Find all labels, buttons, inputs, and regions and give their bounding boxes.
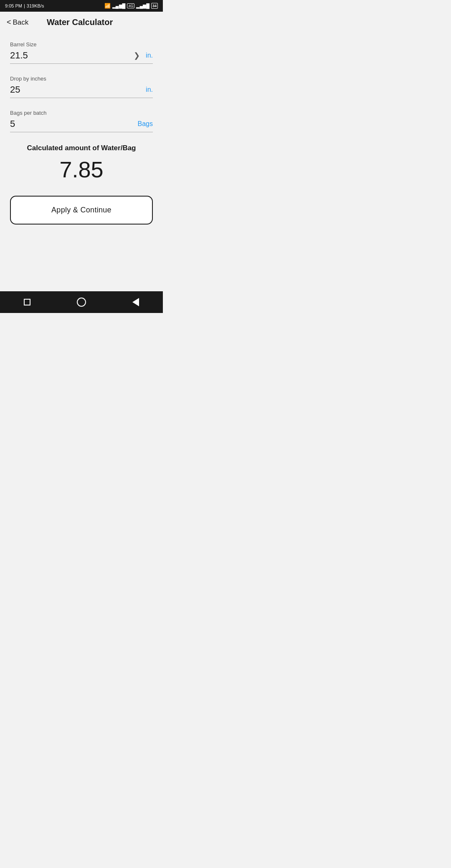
bottom-navigation <box>0 291 163 313</box>
drop-by-inches-value: 25 <box>10 84 142 95</box>
drop-by-inches-field: Drop by inches 25 in. <box>10 76 153 98</box>
barrel-size-value: 21.5 <box>10 50 134 61</box>
speed-display: | <box>24 3 25 8</box>
result-label: Calculated amount of Water/Bag <box>10 144 153 152</box>
signal-icon-2: ▂▄▆█ <box>136 3 149 9</box>
result-value: 7.85 <box>10 156 153 182</box>
status-left: 9:05 PM | 319KB/s <box>5 3 44 8</box>
back-nav-button[interactable] <box>127 294 144 310</box>
apply-continue-button[interactable]: Apply & Continue <box>10 196 153 225</box>
barrel-size-label: Barrel Size <box>10 41 153 48</box>
status-bar: 9:05 PM | 319KB/s 📶 ▂▄▆█ 4G ▂▄▆█ 34 <box>0 0 163 12</box>
drop-by-inches-row[interactable]: 25 in. <box>10 84 153 98</box>
home-icon <box>77 298 86 307</box>
barrel-size-unit: in. <box>146 52 153 59</box>
main-content: Barrel Size 21.5 ❯ in. Drop by inches 25… <box>0 33 163 291</box>
recent-apps-button[interactable] <box>19 294 35 310</box>
back-chevron-icon: < <box>7 18 11 27</box>
battery-icon: 34 <box>151 3 158 9</box>
bags-per-batch-row[interactable]: 5 Bags <box>10 119 153 132</box>
recent-apps-icon <box>24 299 30 305</box>
back-button[interactable]: < Back <box>7 18 28 27</box>
back-label: Back <box>13 18 29 27</box>
result-section: Calculated amount of Water/Bag 7.85 <box>10 144 153 182</box>
header: < Back Water Calculator <box>0 12 163 33</box>
barrel-size-field: Barrel Size 21.5 ❯ in. <box>10 41 153 64</box>
lte-badge: 4G <box>127 3 134 8</box>
bags-per-batch-value: 5 <box>10 119 134 129</box>
drop-by-inches-label: Drop by inches <box>10 76 153 82</box>
barrel-size-chevron-icon: ❯ <box>134 51 140 60</box>
signal-icon: ▂▄▆█ <box>112 3 126 9</box>
status-right: 📶 ▂▄▆█ 4G ▂▄▆█ 34 <box>104 3 158 9</box>
time-display: 9:05 PM <box>5 3 22 8</box>
back-nav-icon <box>132 298 139 306</box>
network-speed: 319KB/s <box>27 3 44 8</box>
home-button[interactable] <box>73 294 90 310</box>
bags-per-batch-label: Bags per batch <box>10 110 153 116</box>
drop-by-inches-unit: in. <box>146 86 153 93</box>
bags-per-batch-unit: Bags <box>138 120 153 128</box>
bags-per-batch-field: Bags per batch 5 Bags <box>10 110 153 132</box>
barrel-size-row[interactable]: 21.5 ❯ in. <box>10 50 153 64</box>
wifi-icon: 📶 <box>104 3 111 9</box>
page-title: Water Calculator <box>28 18 131 27</box>
